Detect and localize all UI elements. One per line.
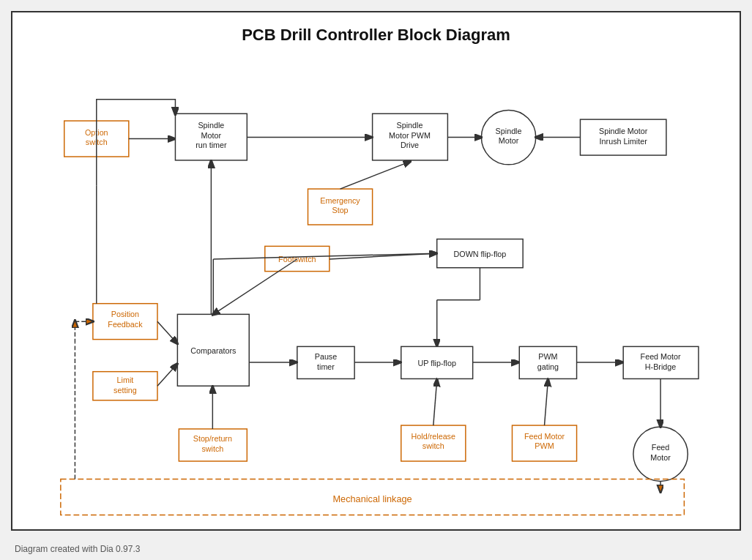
diagram-area: PCB Drill Controller Block Diagram Optio… [11, 11, 741, 531]
svg-text:Inrush Limiter: Inrush Limiter [600, 137, 648, 146]
svg-text:Footswitch: Footswitch [278, 255, 316, 264]
svg-text:Motor: Motor [499, 136, 519, 145]
down-flipflop-block: DOWN flip-flop [437, 239, 523, 268]
svg-text:gating: gating [537, 362, 559, 371]
page: PCB Drill Controller Block Diagram Optio… [0, 0, 752, 560]
position-feedback-block: Position Feedback [93, 304, 157, 340]
svg-text:Emergency: Emergency [320, 196, 360, 205]
svg-text:Spindle Motor: Spindle Motor [599, 127, 648, 135]
svg-text:PWM: PWM [538, 352, 557, 361]
svg-text:Limit: Limit [117, 376, 134, 384]
svg-line-63 [157, 365, 176, 386]
feed-motor-pwm-block: Feed Motor PWM [512, 425, 576, 461]
footswitch-block: Footswitch [265, 246, 330, 271]
comparators-block: Comparators [177, 314, 249, 386]
svg-line-77 [433, 380, 437, 425]
svg-text:PWM: PWM [535, 441, 554, 450]
svg-text:Motor: Motor [650, 453, 671, 462]
mechanical-linkage-label: Mechanical linkage [333, 493, 412, 504]
pwm-gating-block: PWM gating [519, 346, 576, 378]
svg-text:timer: timer [317, 362, 335, 371]
svg-text:Spindle: Spindle [496, 127, 522, 135]
hold-release-block: Hold/release switch [401, 425, 466, 461]
svg-text:Motor PWM: Motor PWM [389, 131, 431, 140]
svg-line-62 [157, 321, 176, 343]
svg-text:UP flip-flop: UP flip-flop [418, 359, 456, 367]
svg-text:Feed Motor: Feed Motor [524, 432, 565, 441]
emergency-stop-block: Emergency Stop [308, 189, 373, 225]
svg-text:Feed: Feed [652, 443, 670, 452]
svg-line-61 [213, 259, 297, 314]
svg-text:Position: Position [111, 310, 139, 318]
svg-line-59 [340, 162, 410, 189]
svg-text:Stop/return: Stop/return [193, 434, 232, 443]
svg-text:Comparators: Comparators [190, 346, 236, 355]
limit-setting-block: Limit setting [93, 372, 157, 400]
svg-text:Spindle: Spindle [397, 121, 423, 130]
svg-text:Feed Motor: Feed Motor [641, 352, 681, 361]
svg-text:Spindle: Spindle [198, 121, 224, 130]
svg-text:setting: setting [113, 386, 137, 395]
svg-text:Motor: Motor [201, 131, 222, 140]
pause-timer-block: Pause timer [297, 346, 354, 378]
diagram-title: PCB Drill Controller Block Diagram [12, 12, 740, 52]
spindle-inrush-block: Spindle Motor Inrush Limiter [580, 119, 666, 155]
svg-text:Hold/release: Hold/release [412, 432, 455, 441]
svg-text:switch: switch [422, 441, 444, 450]
feed-motor-block: Feed Motor [633, 427, 688, 481]
svg-text:Pause: Pause [315, 352, 338, 361]
spindle-run-timer-block: Spindle Motor run timer [175, 113, 247, 160]
svg-text:Feedback: Feedback [108, 320, 143, 329]
svg-text:Drive: Drive [401, 141, 419, 149]
stop-return-block: Stop/return switch [179, 429, 247, 461]
svg-text:switch: switch [201, 444, 223, 453]
spindle-pwm-drive-block: Spindle Motor PWM Drive [373, 113, 448, 160]
svg-text:DOWN flip-flop: DOWN flip-flop [454, 250, 507, 258]
up-flipflop-block: UP flip-flop [401, 346, 473, 378]
svg-text:run timer: run timer [196, 141, 227, 149]
footer: Diagram created with Dia 0.97.3 [15, 544, 140, 554]
feed-motor-hbridge-block: Feed Motor H-Bridge [623, 346, 699, 378]
svg-text:Stop: Stop [332, 206, 348, 214]
svg-text:H-Bridge: H-Bridge [645, 362, 676, 371]
svg-line-78 [545, 380, 548, 425]
spindle-motor-block: Spindle Motor [481, 110, 535, 164]
